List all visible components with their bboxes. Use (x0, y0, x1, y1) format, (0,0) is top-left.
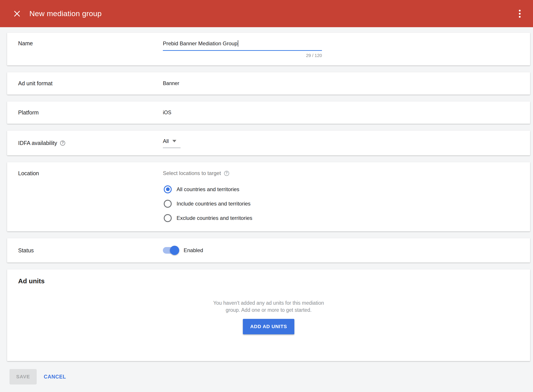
card-ad-unit-format: Ad unit format Banner (7, 72, 530, 95)
overflow-menu-icon[interactable] (515, 8, 525, 20)
status-toggle[interactable] (163, 247, 179, 254)
radio-label: Include countries and territories (177, 201, 251, 207)
ad-unit-format-label: Ad unit format (18, 80, 163, 87)
dropdown-caret-icon (172, 140, 176, 142)
save-button[interactable]: SAVE (9, 369, 37, 384)
status-label: Status (18, 247, 163, 254)
card-platform: Platform iOS (7, 101, 530, 124)
location-help-icon[interactable]: ? (224, 171, 229, 176)
name-input[interactable]: Prebid Banner Mediation Group (163, 40, 322, 47)
add-ad-units-button[interactable]: ADD AD UNITS (243, 319, 294, 334)
radio-button-icon (164, 185, 172, 193)
card-ad-units: Ad units You haven't added any ad units … (7, 269, 530, 361)
platform-value: iOS (163, 110, 171, 116)
idfa-label: IDFA availability (18, 140, 57, 146)
footer-actions: SAVE CANCEL (0, 369, 533, 384)
ad-units-heading: Ad units (18, 277, 530, 285)
page-title: New mediation group (29, 9, 102, 18)
card-location: Location Select locations to target ? Al… (7, 162, 530, 231)
radio-all-countries[interactable]: All countries and territories (163, 182, 252, 196)
radio-label: All countries and territories (177, 186, 239, 192)
idfa-help-icon[interactable]: ? (60, 140, 65, 146)
idfa-dropdown-value: All (163, 138, 169, 144)
radio-include-countries[interactable]: Include countries and territories (163, 196, 252, 211)
radio-button-icon (164, 200, 172, 208)
close-icon[interactable] (12, 9, 22, 19)
cancel-button[interactable]: CANCEL (44, 374, 66, 380)
empty-state-line2: group. Add one or more to get started. (7, 307, 530, 313)
location-helper-text: Select locations to target (163, 170, 221, 176)
card-idfa-availability: IDFA availability ? All (7, 131, 530, 155)
ad-units-empty-state: You haven't added any ad units for this … (7, 299, 530, 334)
location-label: Location (18, 170, 163, 177)
name-input-value: Prebid Banner Mediation Group (163, 40, 238, 47)
radio-button-icon (164, 214, 172, 222)
empty-state-line1: You haven't added any ad units for this … (7, 299, 530, 307)
location-radio-group: All countries and territories Include co… (163, 182, 252, 225)
card-name: Name Prebid Banner Mediation Group 29 / … (7, 33, 530, 65)
app-bar: New mediation group (0, 0, 533, 27)
char-counter: 29 / 120 (163, 53, 322, 58)
name-label: Name (18, 40, 163, 47)
idfa-dropdown[interactable]: All (163, 138, 181, 148)
radio-label: Exclude countries and territories (177, 215, 252, 221)
radio-exclude-countries[interactable]: Exclude countries and territories (163, 211, 252, 225)
text-cursor (238, 40, 238, 47)
form-content: Name Prebid Banner Mediation Group 29 / … (0, 27, 533, 384)
name-input-underline (163, 50, 322, 51)
toggle-thumb (170, 246, 179, 255)
ad-unit-format-value: Banner (163, 80, 179, 86)
card-status: Status Enabled (7, 238, 530, 262)
platform-label: Platform (18, 109, 163, 116)
status-value: Enabled (184, 247, 203, 253)
